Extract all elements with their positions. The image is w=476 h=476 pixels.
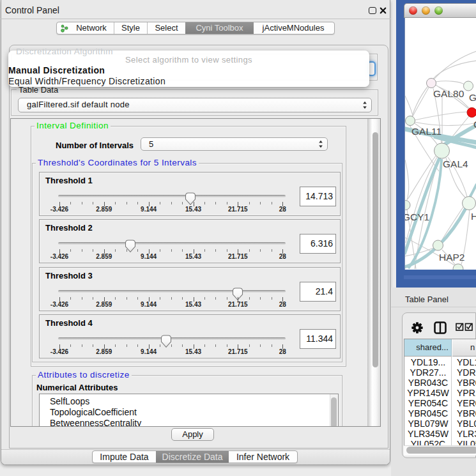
- svg-text:GCY1: GCY1: [405, 211, 429, 222]
- svg-text:H: H: [471, 211, 476, 222]
- svg-text:GAL4: GAL4: [443, 158, 468, 169]
- svg-text:HAP2: HAP2: [439, 252, 465, 263]
- svg-text:GAL80: GAL80: [433, 88, 464, 99]
- svg-text:C: C: [473, 119, 476, 130]
- svg-text:GA: GA: [469, 92, 476, 103]
- svg-text:GAL11: GAL11: [411, 126, 441, 137]
